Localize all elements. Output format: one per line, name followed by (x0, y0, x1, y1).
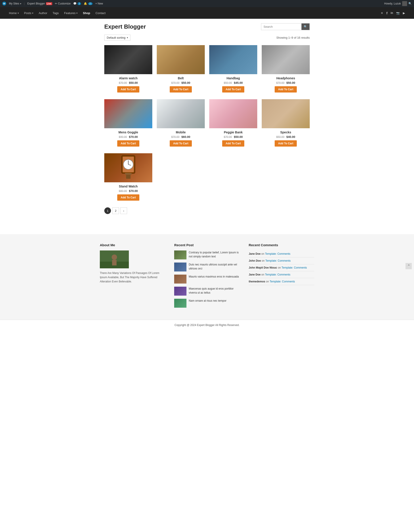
page-1-button[interactable]: 1 (104, 207, 111, 214)
linkedin-icon[interactable]: in (391, 11, 393, 15)
recent-post-title-4: Nam ornare at risus nec tempor (189, 299, 226, 303)
old-price-3: $70.00 (276, 81, 285, 85)
comment-link-4[interactable]: Template: Comments (270, 280, 295, 283)
svg-point-9 (112, 255, 117, 260)
page-title: Expert Blogger (104, 23, 146, 30)
new-label: + New (95, 2, 103, 5)
add-to-cart-3[interactable]: Add To Cart (275, 86, 297, 93)
footer-widgets-inner: About Me There Are Many Variations Of Pa… (100, 243, 314, 311)
add-to-cart-7[interactable]: Add To Cart (275, 140, 297, 147)
new-price-0: $50.00 (129, 81, 138, 85)
old-price-7: $50.00 (276, 135, 285, 139)
recent-post-item-0: Contrary to popular belief, Lorem Ipsum … (174, 250, 239, 259)
recent-post-thumb-4 (174, 299, 186, 308)
nav-home[interactable]: Home ▾ (9, 11, 19, 15)
top-nav: Home ▾ Posts ▾ Author Tags Features ▾ Sh… (0, 7, 414, 19)
youtube-icon[interactable]: ▶ (403, 11, 405, 15)
product-name-7: Specks (262, 131, 310, 134)
results-count: Showing 1–9 of 16 results (276, 36, 310, 39)
product-prices-3: $70.00 $50.00 (262, 81, 310, 85)
product-image-3 (262, 45, 310, 74)
product-card-0: Alarm watch $70.00 $50.00 Add To Cart (104, 45, 152, 93)
customize-label: Customize (58, 2, 71, 5)
products-grid-row1: Alarm watch $70.00 $50.00 Add To Cart Be… (104, 45, 310, 93)
nav-contact[interactable]: Contact (96, 11, 106, 15)
social-icons: ✕ f in 📷 ▶ (381, 11, 405, 15)
product-name-6: Peggie Bank (209, 131, 257, 134)
new-price-1: $50.00 (181, 81, 190, 85)
product-image-standwatch (104, 153, 152, 182)
recent-post-title-1: Duis nec mauris ultrices suscipit ante v… (189, 263, 239, 271)
nav-shop[interactable]: Shop (83, 11, 90, 15)
add-to-cart-4[interactable]: Add To Cart (117, 140, 139, 147)
product-prices-standwatch: $80.00 $70.00 (104, 189, 152, 193)
old-price-1: $70.00 (171, 81, 180, 85)
product-image-6 (209, 99, 257, 128)
products-grid-row2: Mens Goggle $90.00 $70.00 Add To Cart Mo… (104, 99, 310, 147)
search-icon[interactable]: 🔍 (408, 2, 412, 5)
add-to-cart-2[interactable]: Add To Cart (222, 86, 245, 93)
instagram-icon[interactable]: 📷 (396, 11, 400, 15)
comment-on-1: on (262, 259, 265, 262)
comment-on-3: on (261, 273, 265, 276)
svg-rect-10 (112, 260, 117, 266)
comments-count: 3 (77, 2, 81, 5)
chevron-down-icon: ▾ (127, 37, 128, 39)
search-form: 🔍 (261, 23, 310, 30)
old-price-4: $90.00 (119, 135, 127, 139)
comment-on-4: on (266, 280, 269, 283)
product-card-7: Specks $50.00 $40.00 Add To Cart (262, 99, 310, 147)
new-price-standwatch: $70.00 (129, 189, 138, 193)
sort-label: Default sorting (107, 36, 126, 39)
search-button[interactable]: 🔍 (302, 23, 310, 30)
comment-on-2: on (278, 266, 281, 269)
wp-logo-icon[interactable]: W (2, 1, 6, 6)
next-page-button[interactable]: › (120, 207, 127, 214)
about-widget-title: About Me (100, 243, 165, 247)
my-sites-menu[interactable]: My Sites ▾ (9, 2, 21, 5)
comment-author-2: John Mαpit Doe Ntouc (249, 266, 277, 269)
product-prices-5: $70.00 $60.00 (157, 135, 205, 139)
nav-features[interactable]: Features ▾ (64, 11, 77, 15)
product-image-0 (104, 45, 152, 74)
twitter-icon[interactable]: ✕ (381, 11, 383, 15)
product-prices-1: $70.00 $50.00 (157, 81, 205, 85)
nav-tags[interactable]: Tags (53, 11, 59, 15)
avatar (402, 1, 407, 6)
comment-item-0: Jane Doe on Template: Comments (249, 250, 314, 257)
add-to-cart-1[interactable]: Add To Cart (170, 86, 192, 93)
scroll-to-top-button[interactable]: ⌃ (405, 263, 412, 269)
new-price-4: $70.00 (129, 135, 138, 139)
add-to-cart-5[interactable]: Add To Cart (170, 140, 192, 147)
product-prices-6: $70.00 $50.00 (209, 135, 257, 139)
comment-link-1[interactable]: Template: Comments (265, 259, 291, 262)
customize-item[interactable]: ✏ Customize (55, 2, 71, 5)
add-to-cart-standwatch[interactable]: Add To Cart (117, 194, 139, 201)
my-sites-label: My Sites (9, 2, 19, 5)
updates-item[interactable]: 🔔 15 (84, 2, 93, 5)
page-2-button[interactable]: 2 (112, 207, 119, 214)
recent-post-thumb-2 (174, 275, 186, 284)
about-widget: About Me There Are Many Variations Of Pa… (100, 243, 165, 311)
site-name-item[interactable]: Expert Blogger Live (27, 2, 52, 5)
comment-link-3[interactable]: Template: Comments (265, 273, 290, 276)
new-item[interactable]: + New (95, 2, 103, 5)
comment-link-2[interactable]: Template: Comments (282, 266, 307, 269)
old-price-6: $70.00 (224, 135, 232, 139)
pagination: 1 2 › (104, 207, 310, 214)
nav-posts[interactable]: Posts ▾ (24, 11, 34, 15)
add-to-cart-0[interactable]: Add To Cart (117, 86, 139, 93)
facebook-icon[interactable]: f (386, 11, 387, 15)
new-price-6: $50.00 (234, 135, 243, 139)
comments-item[interactable]: 💬 3 (73, 2, 81, 5)
recent-comments-widget-title: Recent Comments (249, 243, 314, 247)
nav-author[interactable]: Author (39, 11, 47, 15)
product-image-7 (262, 99, 310, 128)
comment-link-0[interactable]: Template: Comments (265, 252, 290, 255)
recent-post-item-2: Mauris varius maximus eros in malesuada (174, 275, 239, 284)
add-to-cart-6[interactable]: Add To Cart (222, 140, 245, 147)
nav-links: Home ▾ Posts ▾ Author Tags Features ▾ Sh… (9, 11, 106, 15)
search-input[interactable] (261, 24, 302, 30)
sort-select[interactable]: Default sorting ▾ (104, 35, 130, 41)
updates-count: 15 (88, 2, 93, 5)
